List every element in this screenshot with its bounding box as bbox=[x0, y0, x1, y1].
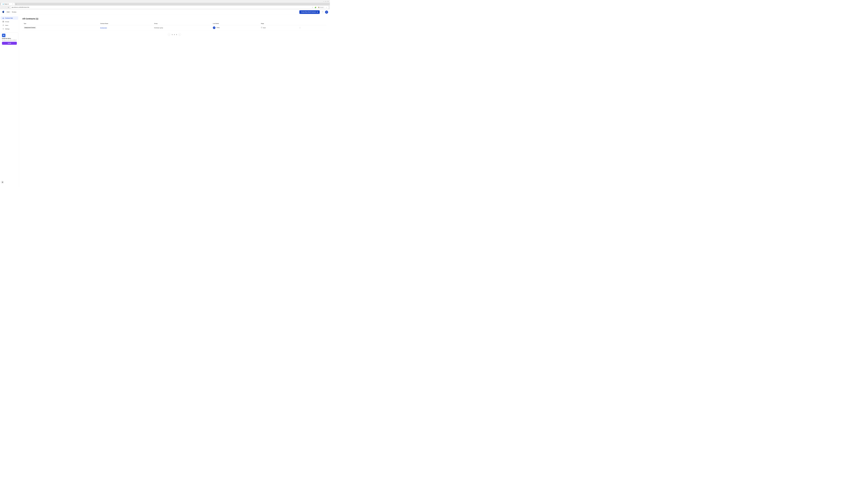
minimize-button[interactable]: ─ bbox=[323, 0, 325, 2]
create-btn-label: Create New Draft Contract bbox=[301, 11, 316, 13]
last-edited-avatar: LD bbox=[213, 26, 215, 29]
row-more-button[interactable]: ⋮ bbox=[298, 26, 302, 29]
help-icon: ? bbox=[322, 11, 323, 13]
settings-icon bbox=[2, 28, 4, 30]
company-name: Moodjoy bbox=[12, 11, 17, 13]
pagination: ‹ 1 of 1 › bbox=[22, 33, 327, 36]
menu-icon[interactable]: ⋮ bbox=[325, 6, 328, 8]
table-row: Employment Contract Employment Developer… bbox=[22, 25, 327, 30]
col-contract-name: Contract Name bbox=[99, 22, 153, 25]
page-title: All Contracts (1) bbox=[22, 18, 327, 20]
prev-page-button[interactable]: ‹ bbox=[168, 33, 170, 36]
contract-name-cell: Employment bbox=[99, 25, 153, 30]
cookie-settings-button[interactable]: ⚙ bbox=[1, 181, 4, 184]
col-type: Type bbox=[22, 22, 99, 25]
main-content: All Contracts (1) Type Contract Name Gro… bbox=[19, 15, 330, 187]
total-pages: 1 bbox=[176, 34, 177, 35]
users-icon bbox=[2, 24, 4, 26]
word-icon: W bbox=[2, 34, 5, 37]
groups-icon bbox=[2, 21, 4, 22]
col-group: Group bbox=[153, 22, 212, 25]
current-page: 1 bbox=[172, 34, 173, 35]
url-text: app.robinai.co.uk/draft/contract-hub bbox=[11, 6, 311, 8]
help-button[interactable]: ? bbox=[321, 11, 324, 14]
maximize-button[interactable]: ▭ bbox=[325, 0, 327, 2]
sidebar-item-contract-hub[interactable]: Contract Hub bbox=[1, 17, 18, 20]
svg-point-9 bbox=[3, 29, 3, 29]
sidebar-item-settings[interactable]: Settings bbox=[1, 27, 18, 30]
extension-icon[interactable]: 🧩 bbox=[314, 6, 317, 8]
settings-label: Settings bbox=[5, 28, 9, 30]
app-header: Draft Moodjoy Create New Draft Contract … bbox=[0, 9, 330, 15]
contract-link[interactable]: Employment bbox=[100, 27, 107, 29]
new-tab-button[interactable]: + bbox=[15, 3, 18, 5]
actions-cell: ⋮ bbox=[297, 25, 327, 30]
home-icon bbox=[2, 17, 4, 19]
sidebar: Contract Hub Groups bbox=[0, 15, 19, 187]
tab-close-icon[interactable]: ✕ bbox=[12, 3, 13, 5]
user-avatar-button[interactable]: LD bbox=[325, 11, 328, 14]
page-of-label: of bbox=[174, 34, 175, 35]
incognito-badge: 🕵️ Incognito bbox=[318, 6, 324, 8]
url-bar: app.robinai.co.uk/draft/contract-hub ☆ 🧩… bbox=[10, 6, 329, 9]
group-cell: Developer group bbox=[153, 25, 212, 30]
col-last-edited: Last Edited bbox=[212, 22, 260, 25]
svg-rect-4 bbox=[2, 21, 3, 22]
svg-rect-7 bbox=[3, 22, 4, 22]
app-logo bbox=[2, 10, 5, 14]
col-stage: Stage bbox=[259, 22, 297, 25]
bookmark-icon[interactable]: ☆ bbox=[311, 6, 314, 8]
svg-rect-5 bbox=[3, 21, 4, 22]
stage-cell: Draft bbox=[259, 25, 297, 30]
stage-label: Draft bbox=[263, 27, 266, 29]
reload-button[interactable]: ↻ bbox=[7, 6, 10, 8]
type-badge: Employment Contract bbox=[24, 27, 36, 29]
next-page-button[interactable]: › bbox=[178, 33, 181, 36]
svg-point-2 bbox=[4, 11, 4, 11]
addon-desc: Get Reports within Microsoft Word! bbox=[2, 39, 17, 41]
app-body: Contract Hub Groups bbox=[0, 15, 330, 187]
stage-doc-icon bbox=[261, 27, 262, 29]
plus-icon: ⊕ bbox=[317, 11, 318, 13]
last-edited-cell: LD Today bbox=[212, 25, 260, 30]
incognito-icon: 🕵️ bbox=[318, 7, 319, 8]
users-label: Users bbox=[5, 25, 8, 26]
svg-point-1 bbox=[3, 11, 4, 12]
type-cell: Employment Contract bbox=[22, 25, 99, 30]
draft-badge: Draft bbox=[6, 11, 11, 13]
create-new-draft-button[interactable]: Create New Draft Contract ⊕ bbox=[299, 10, 320, 14]
last-edited-time: Today bbox=[216, 27, 219, 28]
contracts-table: Type Contract Name Group Last Edited Sta… bbox=[22, 22, 327, 31]
active-tab[interactable]: 🐦 Robin AI ✕ bbox=[1, 3, 15, 5]
svg-rect-3 bbox=[3, 18, 3, 19]
back-button[interactable]: ← bbox=[1, 6, 4, 8]
addon-panel: W Install the Add-in Get Reports within … bbox=[1, 32, 18, 46]
groups-label: Groups bbox=[5, 21, 9, 22]
tab-favicon-icon: 🐦 bbox=[2, 3, 4, 5]
tab-title: Robin AI bbox=[4, 3, 8, 5]
contract-hub-label: Contract Hub bbox=[5, 18, 13, 19]
forward-button[interactable]: → bbox=[4, 6, 6, 8]
sidebar-item-groups[interactable]: Groups bbox=[1, 20, 18, 23]
addon-title: Install the Add-in bbox=[2, 38, 17, 39]
cookie-icon: ⚙ bbox=[2, 181, 3, 183]
close-button[interactable]: ✕ bbox=[327, 0, 329, 2]
svg-point-8 bbox=[3, 25, 4, 25]
install-addon-button[interactable]: Install bbox=[2, 42, 17, 45]
col-actions bbox=[297, 22, 327, 25]
sidebar-item-users[interactable]: Users bbox=[1, 24, 18, 27]
svg-rect-6 bbox=[2, 22, 3, 22]
